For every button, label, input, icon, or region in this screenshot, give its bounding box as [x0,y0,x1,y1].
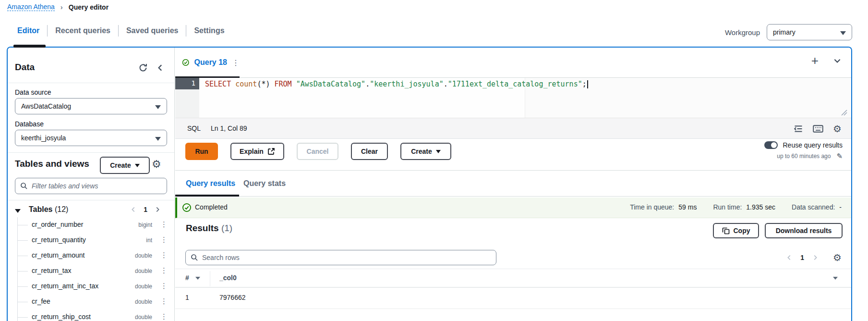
column-menu-icon[interactable]: ⋮ [160,220,168,229]
column-header-index[interactable]: # [185,274,189,282]
next-page-icon[interactable] [154,206,161,213]
sql-token: (*) [257,80,270,88]
data-source-select[interactable]: AwsDataCatalog [15,98,167,114]
divider [8,152,174,153]
column-name[interactable]: cr_return_amount [32,251,85,259]
column-name[interactable]: cr_return_amt_inc_tax [32,282,98,290]
clear-label: Clear [361,148,378,155]
column-filter-caret-icon[interactable] [833,277,838,280]
sql-token: "keerthi_josyula" [370,80,444,88]
search-icon [20,182,28,190]
create-query-button[interactable]: Create [400,143,451,160]
create-button[interactable]: Create [100,157,150,174]
database-select[interactable]: keerthi_josyula [15,130,167,146]
format-query-icon[interactable] [794,124,803,134]
column-type: bigint [138,222,152,228]
tab-bar-actions: + [811,55,842,66]
stat-label: Run time: [713,203,742,211]
filter-tables-input[interactable] [32,182,162,190]
column-menu-icon[interactable]: ⋮ [160,251,168,259]
copy-button[interactable]: Copy [713,223,759,238]
tab-settings[interactable]: Settings [186,26,232,35]
workgroup-value: primary [773,28,796,36]
run-button[interactable]: Run [185,143,218,160]
cancel-button[interactable]: Cancel [297,143,338,160]
query-tab-title: Query 18 [194,58,227,67]
editor-resize-handle-icon[interactable] [840,108,847,116]
column-sort-caret-icon[interactable] [195,277,200,280]
tables-pagination: 1 [130,206,161,213]
table-row: 17976662 [175,288,851,309]
line-number: 1 [175,78,199,89]
external-link-icon [267,148,275,155]
page-number[interactable]: 1 [800,254,804,261]
search-rows-wrap [185,250,496,265]
filter-tables-input-wrap [15,178,167,194]
column-name[interactable]: cr_fee [32,297,50,305]
tab-query-stats[interactable]: Query stats [243,179,286,188]
breadcrumb-link-athena[interactable]: Amazon Athena [7,3,55,11]
tree-guide-line [17,256,28,256]
workgroup-label: Workgroup [725,28,760,37]
column-name[interactable]: cr_return_quantity [32,236,86,244]
tab-recent-queries[interactable]: Recent queries [48,26,118,35]
search-rows-input[interactable] [202,254,491,261]
sql-token: SELECT [205,80,231,88]
column-name[interactable]: cr_return_tax [32,267,71,274]
explain-button[interactable]: Explain [230,143,284,160]
toggle-knob [771,142,777,148]
query-tab[interactable]: Query 18 ⋮ [175,48,240,77]
edit-pencil-icon[interactable]: ✎ [836,152,843,160]
prev-page-icon[interactable] [786,254,793,261]
query-main-pane: Query 18 ⋮ + 1 SELECT count(*) FROM "Aws… [175,48,851,321]
sql-token: FROM [275,80,292,88]
clear-button[interactable]: Clear [351,143,388,160]
tab-editor[interactable]: Editor [10,26,47,35]
results-tab-active-underline [175,195,239,197]
tab-saved-queries[interactable]: Saved queries [119,26,186,35]
column-type: double [135,268,152,274]
column-type: int [146,237,152,244]
workgroup-select[interactable]: primary [767,24,852,40]
query-tab-menu-icon[interactable]: ⋮ [232,58,240,67]
row-value-cell: 7976662 [219,294,246,301]
table-column-row: cr_feedouble⋮ [8,294,174,309]
expand-collapse-icon[interactable] [15,209,21,213]
collapse-panel-icon[interactable] [155,62,166,74]
editor-settings-gear-icon[interactable]: ⚙ [833,123,842,135]
tables-group-label: Tables (12) [29,205,68,214]
keyboard-shortcuts-icon[interactable] [813,124,823,134]
text-cursor [587,80,588,88]
database-label: Database [15,120,44,128]
refresh-icon[interactable] [137,62,149,74]
column-header-col0[interactable]: _col0 [219,274,237,282]
reuse-results-toggle[interactable] [764,141,778,149]
results-settings-gear-icon[interactable]: ⚙ [833,252,842,263]
tab-query-results[interactable]: Query results [186,179,235,188]
prev-page-icon[interactable] [130,206,137,213]
column-menu-icon[interactable]: ⋮ [160,282,168,290]
editor-status-bar: SQL Ln 1, Col 89 ⚙ [175,118,851,139]
column-name[interactable]: cr_return_ship_cost [32,313,91,321]
tab-list-chevron-icon[interactable] [833,56,842,65]
next-page-icon[interactable] [812,254,819,261]
sql-code-line[interactable]: SELECT count(*) FROM "AwsDataCatalog"."k… [205,79,588,89]
download-results-button[interactable]: Download results [765,223,843,238]
column-name[interactable]: cr_order_number [32,221,83,228]
sql-editor[interactable]: 1 SELECT count(*) FROM "AwsDataCatalog".… [175,78,851,118]
sidebar-header: Data [8,58,174,77]
column-menu-icon[interactable]: ⋮ [160,297,168,306]
data-sidebar: Data Data source AwsDataCatalog Database… [8,48,175,321]
column-menu-icon[interactable]: ⋮ [160,235,168,244]
results-tabs: Query results Query stats [175,171,851,197]
new-tab-plus-icon[interactable]: + [811,55,819,66]
divider [8,83,174,83]
column-menu-icon[interactable]: ⋮ [160,266,168,275]
page-number[interactable]: 1 [144,206,147,213]
column-type: double [135,298,152,305]
breadcrumb-separator-icon: › [60,3,63,11]
gear-icon[interactable]: ⚙ [152,158,161,171]
divider [8,200,174,200]
tables-count: (12) [55,205,68,213]
column-menu-icon[interactable]: ⋮ [160,312,168,321]
